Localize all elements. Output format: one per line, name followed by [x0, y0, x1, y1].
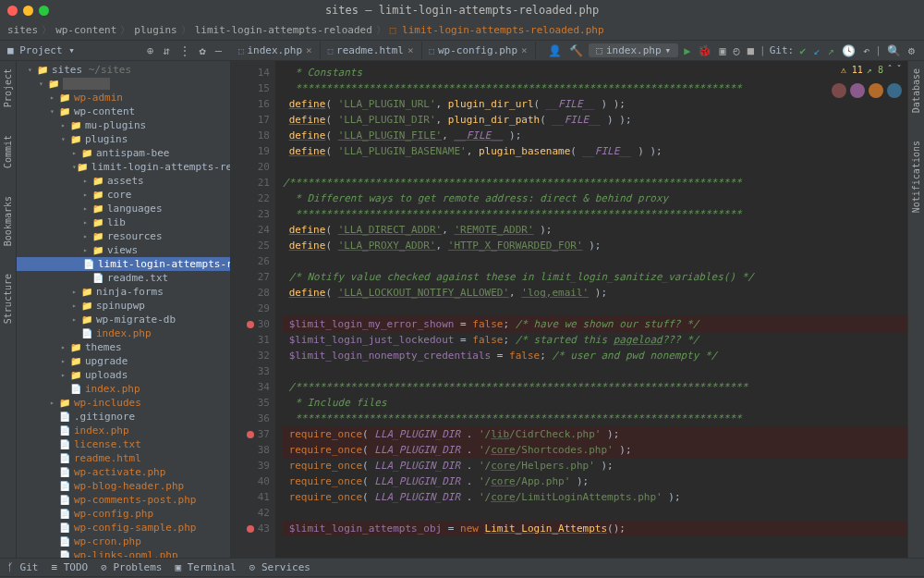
tree-folder[interactable]: ▸📁antispam-bee: [17, 146, 230, 160]
tree-file[interactable]: 📄index.php: [17, 326, 230, 340]
avatar[interactable]: [850, 83, 865, 98]
gutter-line[interactable]: 17: [231, 112, 270, 128]
project-panel-selector[interactable]: ■ Project ▾: [7, 44, 75, 56]
tool-window-button[interactable]: Structure: [3, 274, 13, 324]
window-close-button[interactable]: [7, 6, 18, 16]
chevron-icon[interactable]: ▸: [72, 146, 81, 160]
tree-folder[interactable]: ▸📁upgrade: [17, 354, 230, 368]
breakpoint-icon[interactable]: [247, 321, 254, 328]
tree-file[interactable]: 📄index.php: [17, 424, 230, 437]
build-icon[interactable]: 🔨: [567, 44, 585, 57]
tree-file[interactable]: 📄index.php: [17, 382, 230, 396]
debug-button[interactable]: 🐞: [696, 44, 713, 57]
editor-tab[interactable]: ⬚wp-config.php×: [422, 42, 536, 59]
gutter-line[interactable]: 42: [231, 505, 270, 521]
bottom-tool-button[interactable]: ▣ Terminal: [175, 561, 236, 573]
gutter[interactable]: 1415161718192021222324252627282930313233…: [231, 61, 275, 558]
git-pull-icon[interactable]: ↙: [811, 44, 821, 57]
chevron-icon[interactable]: ▸: [83, 202, 92, 215]
gutter-line[interactable]: 37: [231, 426, 270, 442]
select-open-file-icon[interactable]: ⊕: [145, 44, 155, 57]
code-line[interactable]: * Constants: [283, 65, 907, 80]
code-area[interactable]: * Constants ****************************…: [275, 61, 907, 558]
tree-folder[interactable]: ▸📁wp-migrate-db: [17, 313, 230, 326]
gutter-line[interactable]: 14: [231, 65, 270, 80]
coverage-button[interactable]: ▣: [717, 44, 727, 57]
expand-all-icon[interactable]: ⇵: [161, 44, 171, 57]
avatar[interactable]: [887, 83, 902, 98]
code-line[interactable]: define( 'LLA_DIRECT_ADDR', 'REMOTE_ADDR'…: [283, 222, 907, 238]
breadcrumb-file[interactable]: ⬚ limit-login-attempts-reloaded.php: [390, 24, 604, 36]
chevron-icon[interactable]: ▸: [72, 285, 81, 299]
code-line[interactable]: ****************************************…: [283, 411, 907, 426]
gutter-line[interactable]: 43: [231, 521, 270, 536]
tree-folder[interactable]: ▸📁views: [17, 243, 230, 257]
code-line[interactable]: define( 'LLA_LOCKOUT_NOTIFY_ALLOWED', 'l…: [283, 285, 907, 301]
code-line[interactable]: [283, 253, 907, 269]
gutter-line[interactable]: 28: [231, 285, 270, 301]
tree-folder[interactable]: ▾📁____: [17, 77, 230, 91]
code-line[interactable]: ****************************************…: [283, 206, 907, 222]
ide-settings-icon[interactable]: ⚙: [906, 44, 917, 57]
gutter-line[interactable]: 19: [231, 143, 270, 159]
chevron-icon[interactable]: ▸: [61, 368, 70, 382]
tree-folder[interactable]: ▸📁languages: [17, 202, 230, 215]
settings-icon[interactable]: ✿: [198, 44, 208, 57]
gutter-line[interactable]: 32: [231, 348, 270, 363]
bottom-tool-button[interactable]: ⊙ Services: [249, 561, 310, 573]
tool-window-button[interactable]: Notifications: [911, 141, 921, 213]
gutter-line[interactable]: 23: [231, 206, 270, 222]
gutter-line[interactable]: 31: [231, 332, 270, 348]
close-icon[interactable]: ×: [521, 44, 528, 56]
tree-folder[interactable]: ▸📁assets: [17, 174, 230, 188]
code-line[interactable]: /***************************************…: [283, 175, 907, 191]
tree-folder[interactable]: ▸📁mu-plugins: [17, 118, 230, 132]
gutter-line[interactable]: 15: [231, 80, 270, 96]
chevron-icon[interactable]: ▸: [72, 313, 81, 326]
tool-window-button[interactable]: Database: [911, 68, 921, 113]
chevron-icon[interactable]: ▸: [83, 215, 92, 229]
breakpoint-icon[interactable]: [247, 525, 254, 533]
search-everywhere-icon[interactable]: 🔍: [885, 44, 903, 57]
tree-file[interactable]: 📄wp-cron.php: [17, 535, 230, 548]
users-icon[interactable]: 👤: [546, 44, 564, 57]
chevron-down-icon[interactable]: ˇ: [896, 65, 902, 75]
chevron-icon[interactable]: ▾: [28, 63, 37, 77]
tree-folder[interactable]: ▸📁lib: [17, 215, 230, 229]
code-line[interactable]: require_once( LLA_PLUGIN_DIR . '/core/Sh…: [283, 442, 907, 458]
code-line[interactable]: define( 'LLA_PLUGIN_URL', plugin_dir_url…: [283, 96, 907, 112]
chevron-icon[interactable]: ▾: [50, 105, 59, 118]
chevron-icon[interactable]: ▸: [83, 188, 92, 202]
code-line[interactable]: define( 'LLA_PROXY_ADDR', 'HTTP_X_FORWAR…: [283, 238, 907, 253]
code-line[interactable]: [283, 363, 907, 379]
editor-tab[interactable]: ⬚readme.html×: [321, 42, 422, 59]
code-line[interactable]: $limit_login_just_lockedout = false; /* …: [283, 332, 907, 348]
tree-folder[interactable]: ▾📁sites ~/sites: [17, 63, 230, 77]
code-line[interactable]: * Different ways to get remote address: …: [283, 191, 907, 206]
gutter-line[interactable]: 36: [231, 411, 270, 426]
bottom-tool-button[interactable]: ᚶ Git: [7, 561, 39, 573]
code-line[interactable]: /* Notify value checked against these in…: [283, 269, 907, 285]
tree-file[interactable]: 📄limit-login-attempts-reloaded.php: [17, 257, 230, 271]
chevron-icon[interactable]: ▸: [61, 118, 70, 132]
breadcrumb-segment[interactable]: wp-content: [55, 24, 116, 36]
tree-file[interactable]: 📄wp-blog-header.php: [17, 479, 230, 493]
code-line[interactable]: $limit_login_my_error_shown = false; /* …: [283, 316, 907, 332]
code-line[interactable]: $limit_login_nonempty_credentials = fals…: [283, 348, 907, 363]
tool-window-button[interactable]: Commit: [3, 135, 13, 168]
gutter-line[interactable]: 25: [231, 238, 270, 253]
code-line[interactable]: /***************************************…: [283, 379, 907, 395]
code-line[interactable]: require_once( LLA_PLUGIN_DIR . '/core/Ap…: [283, 473, 907, 489]
stop-button[interactable]: ■: [746, 44, 756, 57]
profile-button[interactable]: ◴: [732, 44, 742, 57]
tree-folder[interactable]: ▾📁limit-login-attempts-reloaded: [17, 160, 230, 174]
gutter-line[interactable]: 41: [231, 489, 270, 505]
tree-folder[interactable]: ▸📁wp-includes: [17, 396, 230, 410]
window-zoom-button[interactable]: [39, 6, 49, 16]
collapse-all-icon[interactable]: ⋮: [177, 44, 192, 57]
tree-file[interactable]: 📄wp-config-sample.php: [17, 521, 230, 535]
bottom-tool-button[interactable]: ⊘ Problems: [101, 561, 162, 573]
code-line[interactable]: [283, 505, 907, 521]
avatar[interactable]: [832, 83, 846, 98]
tree-file[interactable]: 📄wp-activate.php: [17, 465, 230, 479]
